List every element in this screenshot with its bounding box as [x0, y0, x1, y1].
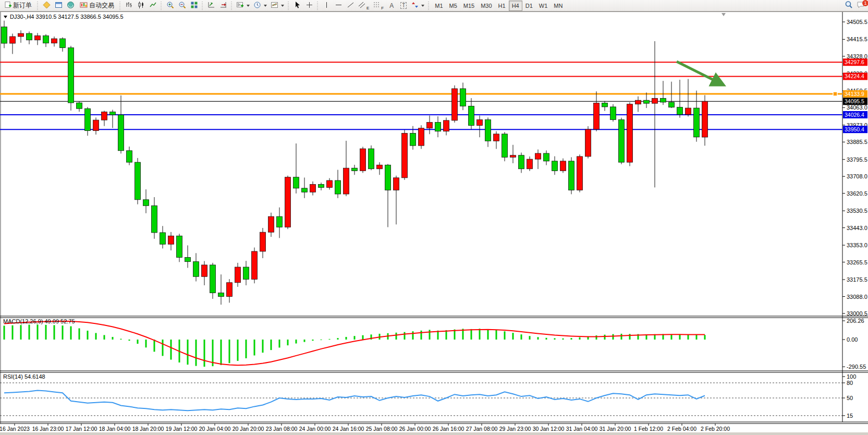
- text-label-tool-button[interactable]: T: [398, 1, 409, 11]
- svg-text:50: 50: [847, 395, 853, 401]
- bar-chart-button[interactable]: [123, 1, 135, 11]
- text-label-icon: T: [400, 2, 407, 9]
- cursor-button[interactable]: [291, 1, 303, 11]
- search-button[interactable]: [843, 1, 854, 11]
- svg-text:16 Jan 23:00: 16 Jan 23:00: [32, 426, 64, 432]
- crosshair-button[interactable]: [303, 1, 315, 11]
- zoom-out-button[interactable]: [176, 1, 188, 11]
- timeframe-M5[interactable]: M5: [446, 1, 460, 11]
- svg-text:29 Jan 23:00: 29 Jan 23:00: [499, 426, 531, 432]
- data-window-button[interactable]: [53, 1, 64, 11]
- main-toolbar: 新订单 自动交易: [0, 0, 868, 11]
- text-tool-icon: A: [389, 2, 394, 9]
- fibonacci-tool-button[interactable]: F: [371, 1, 385, 11]
- window-bottom-strip: [0, 432, 868, 435]
- template-button[interactable]: [269, 1, 286, 11]
- template-icon: [271, 1, 278, 10]
- trendline-icon: [347, 1, 354, 10]
- svg-text:34415.5: 34415.5: [847, 36, 867, 42]
- auto-trading-icon: [80, 1, 88, 10]
- timeframe-M15[interactable]: M15: [460, 1, 478, 11]
- chart-shift-button[interactable]: [217, 1, 229, 11]
- fibonacci-icon: [373, 1, 381, 10]
- line-chart-button[interactable]: [147, 1, 158, 11]
- svg-text:2 Feb 04:00: 2 Feb 04:00: [667, 426, 696, 432]
- new-chart-button[interactable]: [235, 1, 251, 11]
- candlestick-chart-icon: [137, 1, 145, 10]
- svg-text:33620.5: 33620.5: [847, 190, 867, 197]
- dropdown-caret-icon: [281, 5, 284, 7]
- toolbar-grip: [287, 2, 290, 10]
- svg-text:33353.0: 33353.0: [847, 242, 867, 248]
- dropdown-caret-icon: [247, 5, 250, 7]
- svg-text:33530.5: 33530.5: [847, 208, 867, 214]
- timeframe-toolbar: M1M5M15M30H1H4D1W1MN: [432, 1, 566, 11]
- timeframe-M1[interactable]: M1: [432, 1, 446, 11]
- svg-text:24 Jan 00:00: 24 Jan 00:00: [299, 426, 331, 432]
- auto-trading-button[interactable]: 自动交易: [77, 1, 117, 11]
- notifications-button[interactable]: 1: [855, 1, 867, 11]
- timeframe-M30[interactable]: M30: [478, 1, 495, 11]
- svg-text:-290.55: -290.55: [847, 364, 866, 370]
- svg-text:33000.5: 33000.5: [847, 310, 867, 317]
- svg-text:26 Jan 00:00: 26 Jan 00:00: [399, 426, 431, 432]
- svg-text:34224.4: 34224.4: [845, 73, 864, 79]
- timeframe-H1[interactable]: H1: [495, 1, 509, 11]
- svg-text:33708.0: 33708.0: [847, 173, 867, 179]
- chart-header: DJ30-,H4 33910.5 34127.5 33866.5 34095.5: [4, 14, 124, 20]
- new-order-button[interactable]: 新订单: [1, 1, 35, 11]
- svg-text:33088.0: 33088.0: [847, 294, 867, 300]
- data-window-icon: [55, 1, 63, 10]
- rsi-label: RSI(14) 54.6148: [3, 373, 45, 380]
- timeframe-W1[interactable]: W1: [536, 1, 551, 11]
- toolbar-grip: [427, 2, 430, 10]
- line-handle[interactable]: [833, 92, 837, 96]
- svg-text:17 Jan 12:00: 17 Jan 12:00: [66, 426, 97, 432]
- channel-label: E: [366, 6, 369, 10]
- svg-text:31 Jan 20:00: 31 Jan 20:00: [600, 426, 631, 432]
- svg-text:34095.5: 34095.5: [845, 98, 864, 104]
- svg-text:30 Jan 12:00: 30 Jan 12:00: [533, 426, 565, 432]
- horizontal-line-tool-button[interactable]: [333, 1, 344, 11]
- svg-text:1 Feb 12:00: 1 Feb 12:00: [634, 426, 663, 432]
- tile-windows-button[interactable]: [188, 1, 200, 11]
- navigator-button[interactable]: [65, 1, 76, 11]
- navigator-icon: [67, 1, 75, 10]
- svg-text:26 Jan 16:00: 26 Jan 16:00: [433, 426, 464, 432]
- timeframe-H4[interactable]: H4: [509, 1, 522, 11]
- timeframe-MN[interactable]: MN: [551, 1, 566, 11]
- svg-text:16 Jan 2023: 16 Jan 2023: [0, 426, 30, 432]
- equidistant-channel-tool-button[interactable]: E: [357, 1, 371, 11]
- timeframe-D1[interactable]: D1: [522, 1, 536, 11]
- macd-label: MACD(12,26,9) 49.09 52.75: [3, 318, 75, 324]
- svg-text:34505.5: 34505.5: [847, 19, 867, 25]
- svg-text:33950.4: 33950.4: [845, 126, 864, 132]
- text-tool-button[interactable]: A: [386, 1, 397, 11]
- auto-scroll-button[interactable]: [205, 1, 217, 11]
- toolbar-grip: [201, 2, 204, 10]
- svg-text:0.00: 0.00: [847, 336, 858, 343]
- chart-canvas[interactable]: 34505.534415.534328.034238.034150.534063…: [0, 12, 868, 435]
- chart-shift-icon: [219, 1, 227, 10]
- svg-text:80: 80: [847, 380, 853, 386]
- candlestick-chart-button[interactable]: [135, 1, 146, 11]
- chart-window[interactable]: 34505.534415.534328.034238.034150.534063…: [0, 11, 868, 435]
- svg-text:25 Jan 08:00: 25 Jan 08:00: [366, 426, 398, 432]
- svg-text:33175.5: 33175.5: [847, 276, 867, 283]
- svg-text:27 Jan 08:00: 27 Jan 08:00: [466, 426, 498, 432]
- zoom-in-icon: [166, 1, 174, 10]
- svg-text:34063.0: 34063.0: [847, 104, 867, 111]
- cursor-icon: [294, 1, 301, 10]
- svg-text:34328.0: 34328.0: [847, 53, 867, 59]
- svg-text:20 Jan 04:00: 20 Jan 04:00: [199, 426, 231, 432]
- crosshair-icon: [305, 1, 313, 10]
- market-watch-button[interactable]: [41, 1, 52, 11]
- arrows-tool-button[interactable]: [410, 1, 426, 11]
- period-button[interactable]: [252, 1, 268, 11]
- market-watch-icon: [43, 1, 51, 10]
- vertical-line-tool-button[interactable]: [321, 1, 332, 11]
- trendline-tool-button[interactable]: [345, 1, 356, 11]
- vertical-line-icon: [323, 1, 330, 10]
- zoom-in-button[interactable]: [164, 1, 176, 11]
- horizontal-line-icon: [335, 1, 343, 10]
